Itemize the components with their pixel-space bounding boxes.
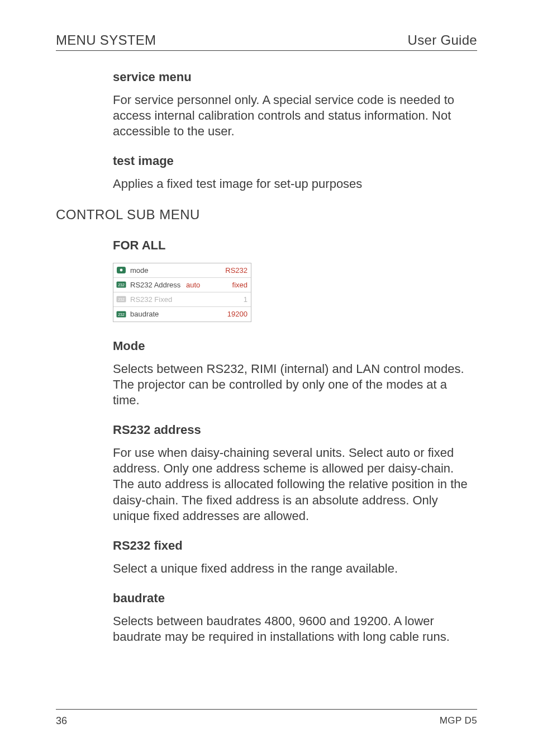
- header-left: MENU SYSTEM: [56, 32, 156, 48]
- page-number: 36: [56, 715, 67, 727]
- svg-text:232: 232: [118, 297, 125, 301]
- svg-text:232: 232: [118, 283, 125, 287]
- para-rs232-address: For use when daisy-chaining several unit…: [113, 445, 470, 524]
- menu-row-value: RS232: [220, 266, 248, 275]
- rs232-icon: 232: [116, 295, 127, 304]
- heading-mode: Mode: [113, 339, 470, 353]
- para-mode: Selects between RS232, RIMI (internal) a…: [113, 361, 470, 408]
- page: MENU SYSTEM User Guide service menu For …: [0, 0, 533, 756]
- heading-for-all: FOR ALL: [113, 238, 470, 253]
- svg-point-1: [120, 269, 123, 272]
- menu-row-label: mode: [130, 266, 186, 275]
- page-footer: 36 MGP D5: [56, 709, 477, 727]
- body-column-2: FOR ALL mode RS232 232 RS232 Address aut…: [113, 238, 470, 645]
- menu-row-label: RS232 Fixed: [130, 295, 186, 304]
- para-rs232-fixed: Select a unique fixed address in the ran…: [113, 561, 470, 577]
- heading-rs232-fixed: RS232 fixed: [113, 538, 470, 553]
- eye-icon: [116, 266, 127, 275]
- running-header: MENU SYSTEM User Guide: [56, 32, 477, 51]
- menu-row-label: baudrate: [130, 310, 186, 318]
- svg-text:232: 232: [118, 313, 125, 316]
- rs232-icon: 232: [116, 310, 127, 319]
- heading-baudrate: baudrate: [113, 591, 470, 606]
- menu-row-rs232-fixed: 232 RS232 Fixed 1: [113, 292, 251, 307]
- menu-row-value: 1: [220, 295, 248, 304]
- heading-service-menu: service menu: [113, 70, 470, 84]
- menu-row-label: RS232 Address: [130, 281, 186, 289]
- rs232-icon: 232: [116, 280, 127, 289]
- para-test-image: Applies a fixed test image for set-up pu…: [113, 176, 470, 192]
- body-column: service menu For service personnel only.…: [113, 70, 470, 192]
- heading-rs232-address: RS232 address: [113, 423, 470, 437]
- doc-id: MGP D5: [440, 715, 477, 727]
- menu-row-value: 19200: [220, 310, 248, 318]
- para-service-menu: For service personnel only. A special se…: [113, 92, 470, 139]
- menu-row-rs232-address[interactable]: 232 RS232 Address auto fixed: [113, 278, 251, 292]
- menu-row-mode[interactable]: mode RS232: [113, 263, 251, 278]
- menu-row-value: fixed: [220, 281, 248, 289]
- para-baudrate: Selects between baudrates 4800, 9600 and…: [113, 613, 470, 645]
- menu-row-baudrate[interactable]: 232 baudrate 19200: [113, 307, 251, 322]
- header-right: User Guide: [408, 32, 477, 48]
- heading-test-image: test image: [113, 154, 470, 168]
- control-menu-table: mode RS232 232 RS232 Address auto fixed …: [113, 263, 251, 322]
- heading-control-sub-menu: CONTROL SUB MENU: [56, 207, 477, 223]
- menu-row-mid: auto: [186, 281, 220, 289]
